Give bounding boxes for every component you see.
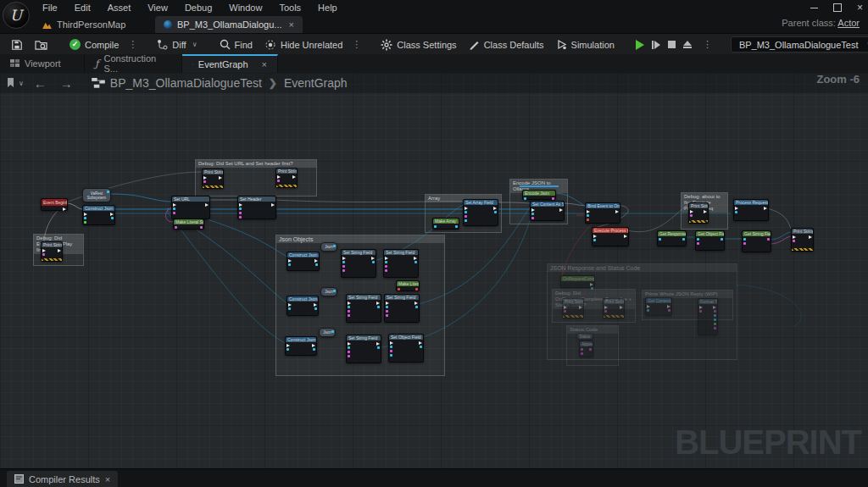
graph-node[interactable]: Format Text <box>698 298 718 335</box>
input-pin[interactable] <box>42 249 46 252</box>
input-pin[interactable] <box>288 259 292 263</box>
class-settings-button[interactable]: Class Settings <box>375 34 462 55</box>
output-pin[interactable] <box>579 306 582 309</box>
output-pin[interactable] <box>107 191 109 193</box>
input-pin[interactable] <box>348 346 350 349</box>
input-pin[interactable] <box>743 238 746 241</box>
input-pin[interactable] <box>647 305 650 308</box>
input-pin[interactable] <box>203 180 206 183</box>
menu-tools[interactable]: Tools <box>270 3 309 13</box>
input-pin[interactable] <box>531 208 535 212</box>
graph-node[interactable]: Print String <box>275 168 298 188</box>
graph-node[interactable]: Set String Field <box>346 335 381 363</box>
input-pin[interactable] <box>288 303 292 307</box>
graph-node[interactable]: Print String <box>41 241 63 262</box>
close-icon[interactable]: × <box>857 3 863 12</box>
output-pin[interactable] <box>333 290 336 292</box>
output-pin[interactable] <box>713 306 716 309</box>
input-pin[interactable] <box>593 235 597 238</box>
back-button[interactable]: ← <box>27 76 53 91</box>
menu-asset[interactable]: Asset <box>99 3 140 13</box>
maximize-icon[interactable] <box>833 3 842 12</box>
input-pin[interactable] <box>434 225 437 228</box>
output-pin[interactable] <box>414 257 417 260</box>
input-pin[interactable] <box>348 351 350 353</box>
graph-node[interactable]: Set Header <box>237 196 276 219</box>
output-pin[interactable] <box>377 346 380 349</box>
graph-node[interactable]: Make Array <box>432 218 459 230</box>
output-pin[interactable] <box>455 225 458 228</box>
output-pin[interactable] <box>714 323 716 325</box>
graph-node[interactable]: Get String Field <box>742 230 771 252</box>
graph-node[interactable]: Print String <box>688 202 709 224</box>
input-pin[interactable] <box>239 216 242 219</box>
graph-node[interactable]: Get Content As String <box>645 297 672 316</box>
graph-node[interactable]: Bind Event to On Request Complete <box>585 202 620 224</box>
output-pin[interactable] <box>314 259 318 263</box>
output-pin[interactable] <box>313 348 315 351</box>
input-pin[interactable] <box>793 235 796 239</box>
input-pin[interactable] <box>524 197 526 200</box>
graph-node[interactable]: Status <box>576 333 593 340</box>
output-pin[interactable] <box>219 176 222 180</box>
bookmarks-button[interactable]: ∨ <box>0 78 27 88</box>
input-pin[interactable] <box>173 203 176 207</box>
input-pin[interactable] <box>793 240 795 242</box>
input-pin[interactable] <box>690 214 693 217</box>
input-pin[interactable] <box>465 211 467 213</box>
output-pin[interactable] <box>714 310 716 313</box>
input-pin[interactable] <box>390 341 393 345</box>
graph-node[interactable]: Print String <box>791 228 814 252</box>
output-pin[interactable] <box>420 346 422 348</box>
graph-node[interactable]: Set String Field <box>341 249 376 278</box>
output-pin[interactable] <box>331 330 334 333</box>
hide-unrelated-options-icon[interactable]: ⋮ <box>348 39 364 50</box>
input-pin[interactable] <box>348 306 350 308</box>
output-pin[interactable] <box>110 213 114 216</box>
input-pin[interactable] <box>587 219 589 221</box>
input-pin[interactable] <box>385 265 387 268</box>
input-pin[interactable] <box>348 342 351 346</box>
graph-node[interactable]: Print String <box>562 298 584 318</box>
output-pin[interactable] <box>372 261 375 263</box>
input-pin[interactable] <box>743 242 746 245</box>
menu-edit[interactable]: Edit <box>66 3 99 13</box>
tab-construction-script[interactable]: ƒ Construction S... <box>85 54 182 73</box>
output-pin[interactable] <box>314 303 317 307</box>
input-pin[interactable] <box>465 207 468 210</box>
output-pin[interactable] <box>624 235 627 238</box>
output-pin[interactable] <box>376 342 380 346</box>
tab-close-icon[interactable]: × <box>289 19 294 30</box>
tab-close-icon[interactable]: × <box>262 59 267 69</box>
input-pin[interactable] <box>581 348 583 351</box>
input-pin[interactable] <box>390 354 392 357</box>
input-pin[interactable] <box>342 257 346 260</box>
menu-debug[interactable]: Debug <box>176 3 220 13</box>
graph-node[interactable]: Set String Field <box>384 294 420 323</box>
tab-eventgraph[interactable]: EventGraph × <box>182 54 278 73</box>
output-pin[interactable] <box>714 314 716 317</box>
output-pin[interactable] <box>415 261 417 263</box>
input-pin[interactable] <box>84 221 86 224</box>
input-pin[interactable] <box>581 352 583 355</box>
input-pin[interactable] <box>564 310 566 313</box>
input-pin[interactable] <box>84 213 87 216</box>
output-pin[interactable] <box>111 217 114 219</box>
graph-node[interactable]: Process Request <box>733 199 769 221</box>
output-pin[interactable] <box>714 327 716 329</box>
output-pin[interactable] <box>493 207 497 210</box>
simulation-button[interactable]: Simulation <box>550 34 620 55</box>
graph-node[interactable]: Get Object Field <box>695 230 725 251</box>
output-pin[interactable] <box>314 307 317 310</box>
input-pin[interactable] <box>385 257 388 260</box>
output-pin[interactable] <box>315 263 318 266</box>
input-pin[interactable] <box>647 309 649 312</box>
graph-node[interactable]: Print String <box>603 298 625 318</box>
compile-button[interactable]: ✓ Compile <box>64 34 125 55</box>
input-pin[interactable] <box>531 213 534 215</box>
graph-node[interactable]: Construct Json Object <box>287 296 319 316</box>
output-pin[interactable] <box>590 283 593 286</box>
graph-node[interactable]: Event BeginPlay <box>41 198 68 211</box>
output-pin[interactable] <box>704 210 707 213</box>
input-pin[interactable] <box>342 261 345 263</box>
